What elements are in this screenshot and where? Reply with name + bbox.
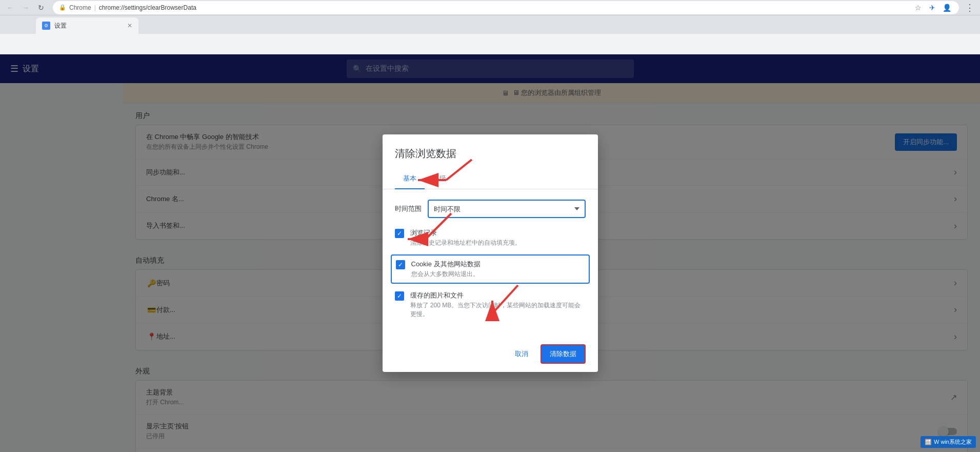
- browsing-history-desc: 清除历史记录和地址栏中的自动填充项。: [410, 239, 586, 247]
- cached-title: 缓存的图片和文件: [410, 291, 586, 300]
- dialog-overlay: 清除浏览数据 基本 高级 时间范围 最近一小时最近24小时最近7天最近4周时间不…: [0, 54, 980, 452]
- chrome-label: Chrome: [69, 4, 91, 11]
- address-right-icons: ☆ ✈ 👤: [912, 2, 953, 14]
- check-icon: ✓: [397, 230, 402, 237]
- cookies-desc: 您会从大多数网站退出。: [411, 270, 585, 279]
- cached-checkbox[interactable]: ✓: [395, 291, 404, 301]
- address-bar-row: [0, 34, 980, 54]
- clear-browser-data-dialog: 清除浏览数据 基本 高级 时间范围 最近一小时最近24小时最近7天最近4周时间不…: [383, 134, 598, 372]
- browsing-history-title: 浏览记录: [410, 228, 586, 238]
- cached-checkbox-item: ✓ 缓存的图片和文件 释放了 200 MB。当您下次访问时，某些网站的加载速度可…: [395, 291, 586, 319]
- tab-bar: ⚙ 设置 ✕: [0, 15, 980, 34]
- watermark-icon: 🪟: [925, 439, 932, 445]
- time-range-row: 时间范围 最近一小时最近24小时最近7天最近4周时间不限: [395, 200, 586, 218]
- back-button[interactable]: ←: [4, 2, 16, 14]
- cookies-checkbox-item: ✓ Cookie 及其他网站数据 您会从大多数网站退出。: [391, 254, 590, 284]
- time-range-select[interactable]: 最近一小时最近24小时最近7天最近4周时间不限: [428, 200, 586, 218]
- cookies-text: Cookie 及其他网站数据 您会从大多数网站退出。: [411, 260, 585, 279]
- browsing-history-text: 浏览记录 清除历史记录和地址栏中的自动填充项。: [410, 228, 586, 247]
- address-text: chrome://settings/clearBrowserData: [99, 4, 196, 11]
- watermark: 🪟 W win系统之家: [921, 436, 976, 448]
- window-controls: ⋮: [964, 2, 976, 14]
- watermark-text: W win系统之家: [934, 438, 972, 446]
- cached-desc: 释放了 200 MB。当您下次访问时，某些网站的加载速度可能会更慢。: [410, 301, 586, 319]
- check-icon-3: ✓: [397, 292, 402, 300]
- cancel-button[interactable]: 取消: [507, 344, 536, 364]
- more-icon[interactable]: ⋮: [964, 2, 976, 14]
- cookies-title: Cookie 及其他网站数据: [411, 260, 585, 269]
- browser-title-bar: ← → ↻ 🔒 Chrome | chrome://settings/clear…: [0, 0, 980, 15]
- tab-close[interactable]: ✕: [127, 22, 132, 29]
- tab-advanced[interactable]: 高级: [425, 169, 454, 189]
- cookies-checkbox[interactable]: ✓: [396, 260, 405, 269]
- dialog-title: 清除浏览数据: [383, 134, 598, 169]
- forward-button[interactable]: →: [19, 2, 32, 14]
- address-separator: |: [94, 4, 96, 11]
- dialog-tabs: 基本 高级: [383, 169, 598, 189]
- bookmark-icon[interactable]: ☆: [912, 2, 924, 14]
- check-icon-2: ✓: [398, 261, 403, 268]
- clear-data-button[interactable]: 清除数据: [541, 344, 586, 364]
- edge-icon[interactable]: ✈: [926, 2, 938, 14]
- time-range-label: 时间范围: [395, 204, 422, 213]
- settings-tab[interactable]: ⚙ 设置 ✕: [36, 17, 138, 34]
- nav-buttons: ← → ↻: [4, 2, 47, 14]
- address-bar[interactable]: 🔒 Chrome | chrome://settings/clearBrowse…: [52, 1, 959, 15]
- settings-page: ☰ 设置 🔍 在设置中搜索 🖥 🖥 您的浏览器由所属组织管理 用户 在 Chro…: [0, 54, 980, 452]
- tab-basic[interactable]: 基本: [395, 169, 425, 189]
- account-icon[interactable]: 👤: [941, 2, 953, 14]
- tab-label: 设置: [54, 22, 67, 30]
- browsing-history-checkbox-item: ✓ 浏览记录 清除历史记录和地址栏中的自动填充项。: [395, 228, 586, 247]
- reload-button[interactable]: ↻: [35, 2, 47, 14]
- tab-favicon: ⚙: [42, 22, 50, 30]
- dialog-body: 时间范围 最近一小时最近24小时最近7天最近4周时间不限 ✓ 浏览记录 清除历史…: [383, 189, 598, 336]
- lock-icon: 🔒: [59, 4, 66, 11]
- cached-text: 缓存的图片和文件 释放了 200 MB。当您下次访问时，某些网站的加载速度可能会…: [410, 291, 586, 319]
- browsing-history-checkbox[interactable]: ✓: [395, 229, 404, 238]
- dialog-footer: 取消 清除数据: [383, 336, 598, 372]
